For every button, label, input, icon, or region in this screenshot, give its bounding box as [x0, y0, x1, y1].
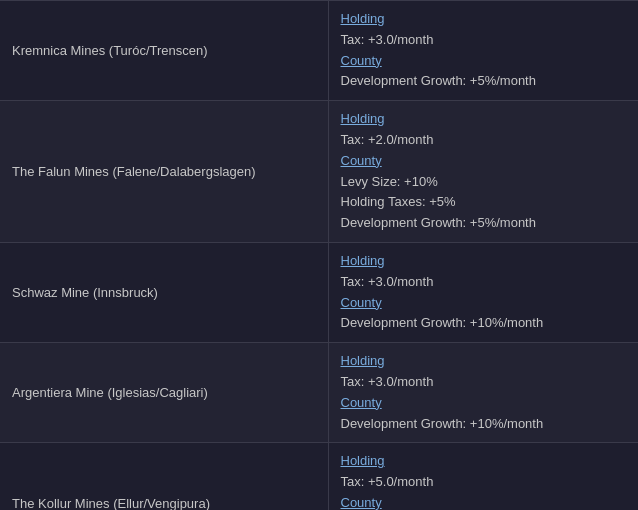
mine-name: The Falun Mines (Falene/Dalabergslagen) [0, 101, 328, 243]
detail-link[interactable]: County [341, 293, 627, 314]
mine-details: HoldingTax: +3.0/monthCountyDevelopment … [328, 1, 638, 101]
table-row: Schwaz Mine (Innsbruck)HoldingTax: +3.0/… [0, 242, 638, 342]
detail-text: Development Growth: +10%/month [341, 313, 627, 334]
detail-text: Holding Taxes: +5% [341, 192, 627, 213]
detail-link[interactable]: County [341, 51, 627, 72]
mine-name: Argentiera Mine (Iglesias/Cagliari) [0, 343, 328, 443]
table-row: The Kollur Mines (Ellur/Vengipura)Holdin… [0, 443, 638, 510]
table-row: The Falun Mines (Falene/Dalabergslagen)H… [0, 101, 638, 243]
mine-details: HoldingTax: +2.0/monthCountyLevy Size: +… [328, 101, 638, 243]
detail-link[interactable]: County [341, 151, 627, 172]
detail-text: Tax: +3.0/month [341, 272, 627, 293]
table-row: Argentiera Mine (Iglesias/Cagliari)Holdi… [0, 343, 638, 443]
detail-text: Development Growth: +5%/month [341, 71, 627, 92]
detail-link[interactable]: County [341, 493, 627, 510]
detail-text: Tax: +5.0/month [341, 472, 627, 493]
detail-text: Tax: +2.0/month [341, 130, 627, 151]
mine-details: HoldingTax: +3.0/monthCountyDevelopment … [328, 242, 638, 342]
detail-text: Tax: +3.0/month [341, 372, 627, 393]
detail-link[interactable]: Holding [341, 351, 627, 372]
mine-name: Kremnica Mines (Turóc/Trenscen) [0, 1, 328, 101]
detail-text: Tax: +3.0/month [341, 30, 627, 51]
detail-link[interactable]: Holding [341, 9, 627, 30]
detail-text: Development Growth: +5%/month [341, 213, 627, 234]
detail-link[interactable]: Holding [341, 109, 627, 130]
mine-name: The Kollur Mines (Ellur/Vengipura) [0, 443, 328, 510]
table-row: Kremnica Mines (Turóc/Trenscen)HoldingTa… [0, 1, 638, 101]
detail-link[interactable]: Holding [341, 451, 627, 472]
detail-link[interactable]: County [341, 393, 627, 414]
mine-name: Schwaz Mine (Innsbruck) [0, 242, 328, 342]
detail-link[interactable]: Holding [341, 251, 627, 272]
mine-details: HoldingTax: +5.0/monthCountyHolding Taxe… [328, 443, 638, 510]
detail-text: Levy Size: +10% [341, 172, 627, 193]
detail-text: Development Growth: +10%/month [341, 414, 627, 435]
mines-table: Kremnica Mines (Turóc/Trenscen)HoldingTa… [0, 0, 638, 510]
mine-details: HoldingTax: +3.0/monthCountyDevelopment … [328, 343, 638, 443]
